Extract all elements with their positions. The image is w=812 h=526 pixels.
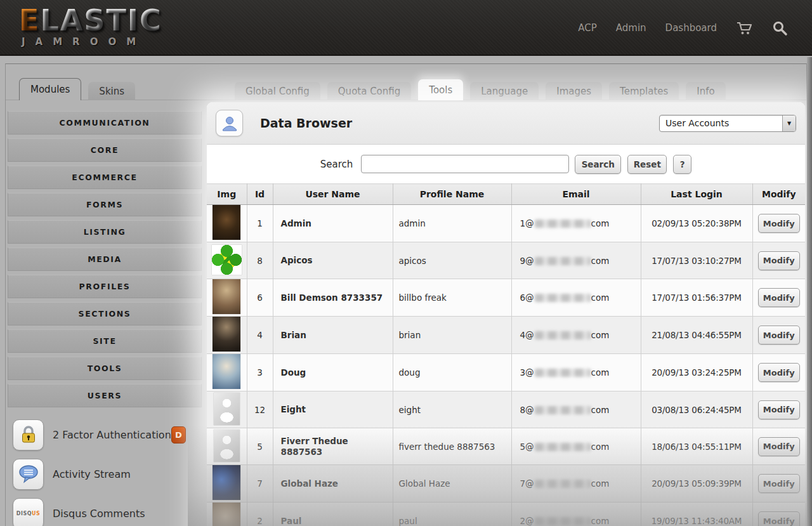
avatar (213, 503, 240, 526)
modify-button[interactable]: Modify (758, 474, 800, 493)
user-id: 2 (247, 503, 273, 526)
user-email: 9@com (511, 242, 641, 279)
user-id: 6 (247, 279, 273, 317)
col-email: Email (511, 184, 641, 205)
profile-name: doug (393, 354, 511, 391)
disqus-logo: DISQUS (13, 498, 44, 526)
logo-wordmark: ELASTIC (19, 5, 162, 36)
panel-header: Data Browser User Accounts ▼ (207, 102, 805, 145)
redacted-email (535, 369, 591, 377)
user-id: 8 (247, 242, 273, 279)
user-name: Fiverr Thedue 8887563 (273, 428, 393, 465)
modify-button[interactable]: Modify (758, 288, 800, 307)
app-header: ELASTIC JAMROOM ACP Admin Dashboard (0, 0, 812, 56)
top-nav: ACP Admin Dashboard (578, 0, 788, 56)
modify-button[interactable]: Modify (758, 511, 800, 526)
module-item-2fa[interactable]: 2 Factor Authentication D (7, 415, 202, 454)
modify-button[interactable]: Modify (758, 325, 800, 345)
table-header-row: Img Id User Name Profile Name Email Last… (207, 184, 805, 205)
profile-name: apicos (393, 242, 511, 279)
tab-info[interactable]: Info (686, 82, 725, 100)
user-email: 7@com (511, 465, 641, 503)
tab-templates[interactable]: Templates (609, 82, 679, 100)
user-email: 3@com (511, 354, 641, 391)
search-input[interactable] (361, 155, 569, 173)
avatar (213, 205, 240, 240)
user-name: Paul (273, 503, 393, 526)
last-login: 17/07/13 01:56:37PM (641, 279, 752, 317)
sidebar-item-profiles[interactable]: PROFILES (8, 275, 202, 298)
sidebar-item-core[interactable]: CORE (8, 138, 202, 162)
reset-button[interactable]: Reset (627, 155, 667, 174)
chat-bubble-icon (13, 459, 44, 490)
nav-link-acp[interactable]: ACP (578, 22, 597, 34)
user-email: 8@com (511, 391, 641, 428)
user-id: 4 (247, 317, 273, 354)
redacted-email (535, 257, 591, 265)
user-email: 5@com (511, 428, 641, 465)
user-email: 1@com (511, 205, 641, 242)
module-label: 2 Factor Authentication (53, 429, 171, 441)
avatar (213, 354, 240, 389)
col-modify: Modify (752, 184, 805, 205)
avatar (213, 279, 240, 314)
user-email: 4@com (511, 317, 641, 354)
last-login: 20/09/13 03:24:25PM (641, 354, 752, 391)
nav-link-admin[interactable]: Admin (616, 22, 646, 34)
tab-language[interactable]: Language (470, 82, 539, 100)
nav-link-dashboard[interactable]: Dashboard (665, 22, 717, 34)
sidebar-item-listing[interactable]: LISTING (8, 220, 202, 244)
module-item-activity-stream[interactable]: Activity Stream (7, 454, 202, 494)
modify-button[interactable]: Modify (758, 400, 800, 419)
redacted-email (535, 294, 591, 302)
sidebar-item-site[interactable]: SITE (8, 329, 202, 353)
tab-modules[interactable]: Modules (19, 78, 81, 100)
user-icon (216, 110, 243, 136)
table-row: 8 Apicos apicos 9@com 17/07/13 03:10:27P… (207, 242, 805, 279)
cart-icon[interactable] (736, 20, 752, 36)
modify-button[interactable]: Modify (758, 363, 800, 382)
user-id: 1 (247, 205, 273, 242)
tab-global-config[interactable]: Global Config (235, 82, 320, 100)
search-icon[interactable] (771, 20, 788, 36)
modify-button[interactable]: Modify (758, 251, 800, 270)
profile-name: admin (393, 205, 511, 242)
user-name: Bill Demson 8733357 (273, 279, 393, 317)
sidebar-item-ecommerce[interactable]: ECOMMERCE (8, 166, 202, 189)
tab-images[interactable]: Images (546, 82, 602, 100)
sidebar-item-users[interactable]: USERS (8, 384, 202, 407)
col-profile-name: Profile Name (393, 184, 511, 205)
tab-skins[interactable]: Skins (88, 82, 135, 100)
tab-quota-config[interactable]: Quota Config (327, 82, 411, 100)
sidebar-item-media[interactable]: MEDIA (8, 247, 202, 271)
app-logo[interactable]: ELASTIC JAMROOM (19, 5, 162, 48)
help-button[interactable]: ? (673, 155, 691, 174)
sidebar-item-forms[interactable]: FORMS (8, 193, 202, 216)
sidebar-item-tools[interactable]: TOOLS (8, 357, 202, 380)
logo-accent-letter: E (19, 3, 40, 37)
modify-button[interactable]: Modify (758, 437, 800, 456)
profile-name: fiverr thedue 8887563 (393, 428, 511, 465)
last-login: 20/09/13 05:09:39PM (641, 465, 752, 503)
modify-button[interactable]: Modify (758, 214, 800, 233)
last-login: 17/07/13 03:10:27PM (641, 242, 752, 279)
profile-name: paul (393, 503, 511, 526)
sidebar-item-communication[interactable]: COMMUNICATION (8, 111, 202, 135)
last-login: 02/09/13 05:20:38PM (641, 205, 752, 242)
user-accounts-table: Img Id User Name Profile Name Email Last… (207, 183, 805, 526)
avatar (213, 317, 240, 352)
user-name: Eight (273, 391, 393, 428)
user-id: 7 (247, 465, 273, 503)
page-title: Data Browser (260, 116, 352, 130)
module-label: Activity Stream (53, 468, 131, 480)
avatar (212, 245, 242, 275)
profile-name: billbo freak (393, 279, 511, 317)
redacted-email (535, 443, 591, 451)
sidebar-item-sections[interactable]: SECTIONS (8, 302, 202, 325)
search-button[interactable]: Search (575, 155, 621, 174)
dataset-select[interactable]: User Accounts ▼ (659, 115, 796, 132)
table-row: 2 Paul paul 2@com 19/09/13 11:43:40AM Mo… (207, 503, 805, 526)
table-row: 4 Brian brian 4@com 21/08/13 04:46:55PM … (207, 317, 805, 354)
tab-tools[interactable]: Tools (418, 79, 463, 100)
module-item-disqus[interactable]: DISQUS Disqus Comments (7, 494, 202, 526)
